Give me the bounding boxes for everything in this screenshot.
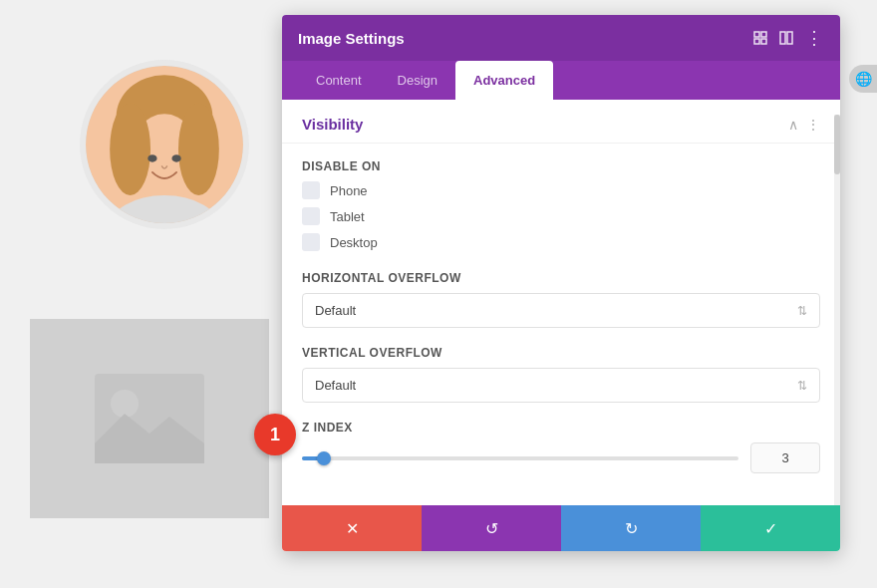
horizontal-overflow-dropdown[interactable]: Default ⇅ <box>302 293 820 328</box>
horizontal-overflow-label: Horizontal Overflow <box>302 271 820 285</box>
scrollbar-thumb[interactable] <box>834 115 840 174</box>
reset-icon: ↺ <box>485 519 498 538</box>
svg-rect-14 <box>761 39 766 44</box>
svg-rect-11 <box>754 32 759 37</box>
redo-button[interactable]: ↻ <box>561 505 701 551</box>
z-index-row: 3 <box>302 442 820 473</box>
section-actions: ∧ ⋮ <box>788 117 820 133</box>
z-index-value[interactable]: 3 <box>750 442 820 473</box>
svg-point-8 <box>171 154 180 161</box>
section-more-icon[interactable]: ⋮ <box>806 117 820 133</box>
tab-content[interactable]: Content <box>298 61 380 100</box>
settings-panel: Image Settings ⋮ Content <box>282 15 840 551</box>
disable-on-section: Disable on Phone Tablet Desktop <box>302 159 820 251</box>
checkbox-group: Phone Tablet Desktop <box>302 181 820 251</box>
step-badge: 1 <box>254 414 296 455</box>
svg-point-7 <box>147 154 156 161</box>
checkbox-desktop[interactable]: Desktop <box>302 233 820 251</box>
svg-rect-15 <box>780 32 785 44</box>
phone-label: Phone <box>330 183 368 198</box>
form-content: Disable on Phone Tablet Desktop <box>282 144 840 505</box>
vertical-overflow-value: Default <box>315 378 356 393</box>
collapse-icon[interactable]: ∧ <box>788 117 798 133</box>
svg-rect-16 <box>787 32 792 44</box>
panel-title: Image Settings <box>298 30 405 47</box>
tablet-checkbox[interactable] <box>302 207 320 225</box>
phone-checkbox[interactable] <box>302 181 320 199</box>
visibility-section-header: Visibility ∧ ⋮ <box>282 100 840 144</box>
tab-design[interactable]: Design <box>380 61 455 100</box>
save-button[interactable]: ✓ <box>701 505 840 551</box>
vertical-overflow-label: Vertical Overflow <box>302 346 820 360</box>
svg-point-5 <box>178 103 219 195</box>
svg-point-4 <box>110 103 150 195</box>
redo-icon: ↻ <box>625 519 638 538</box>
desktop-label: Desktop <box>330 235 378 250</box>
svg-rect-12 <box>761 32 766 37</box>
vertical-overflow-dropdown[interactable]: Default ⇅ <box>302 368 820 403</box>
cancel-button[interactable]: ✕ <box>282 505 422 551</box>
desktop-checkbox[interactable] <box>302 233 320 251</box>
more-options-icon[interactable]: ⋮ <box>805 27 824 49</box>
cancel-icon: ✕ <box>346 519 359 538</box>
expand-icon[interactable] <box>753 31 767 45</box>
scrollbar-track <box>834 115 840 505</box>
checkbox-phone[interactable]: Phone <box>302 181 820 199</box>
z-index-slider[interactable] <box>302 456 738 460</box>
save-icon: ✓ <box>764 519 777 538</box>
action-bar: ✕ ↺ ↻ ✓ <box>282 505 840 551</box>
panel-header: Image Settings ⋮ <box>282 15 840 61</box>
columns-icon[interactable] <box>779 31 793 45</box>
disable-on-label: Disable on <box>302 159 820 173</box>
tab-advanced[interactable]: Advanced <box>455 61 553 100</box>
globe-icon[interactable]: 🌐 <box>849 65 877 93</box>
dropdown-arrow-2-icon: ⇅ <box>797 379 807 393</box>
visibility-title: Visibility <box>302 116 363 133</box>
panel-body: Visibility ∧ ⋮ Disable on Phone Tablet <box>282 100 840 551</box>
header-icons: ⋮ <box>753 27 824 49</box>
tablet-label: Tablet <box>330 209 365 224</box>
svg-point-10 <box>111 390 139 418</box>
avatar <box>80 60 249 229</box>
checkbox-tablet[interactable]: Tablet <box>302 207 820 225</box>
z-index-label: Z Index <box>302 421 820 435</box>
z-index-section: Z Index 3 <box>302 421 820 473</box>
vertical-overflow-section: Vertical Overflow Default ⇅ <box>302 346 820 403</box>
dropdown-arrow-icon: ⇅ <box>797 304 807 318</box>
tabs-bar: Content Design Advanced <box>282 61 840 100</box>
horizontal-overflow-section: Horizontal Overflow Default ⇅ <box>302 271 820 328</box>
svg-rect-13 <box>754 39 759 44</box>
slider-thumb[interactable] <box>317 451 331 465</box>
reset-button[interactable]: ↺ <box>422 505 561 551</box>
horizontal-overflow-value: Default <box>315 303 356 318</box>
image-placeholder <box>30 319 269 518</box>
